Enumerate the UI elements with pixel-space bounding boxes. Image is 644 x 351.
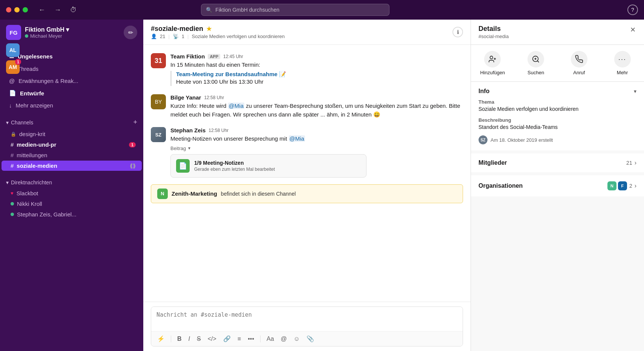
creator-info: SZ Am 18. Oktober 2019 erstellt	[478, 135, 636, 144]
global-search-bar[interactable]: 🔍	[201, 4, 389, 16]
more-actions-button[interactable]: ··· Mehr	[601, 51, 644, 75]
bold-button[interactable]: B	[175, 334, 184, 344]
chat-header: #soziale-medien ★ 👤 21 | 📡 1 | Soziale M…	[143, 20, 471, 45]
channel-title: #soziale-medien ★	[151, 25, 285, 33]
message-body: Bilge Yanar 12:58 Uhr Kurze Info: Heute …	[170, 94, 463, 119]
global-search-input[interactable]	[215, 7, 385, 13]
sidebar-item-erwahnungen[interactable]: @ Erwähnungen & Reak...	[3, 75, 140, 87]
mention[interactable]: @Mia	[289, 135, 305, 142]
mitglieder-section[interactable]: Mitglieder 21 ›	[471, 153, 644, 172]
beitrag-row[interactable]: Beitrag ▾	[170, 146, 463, 151]
back-button[interactable]: ←	[35, 5, 48, 15]
code-button[interactable]: </>	[205, 334, 219, 344]
workspace-name[interactable]: Fiktion GmbH ▾	[25, 26, 120, 33]
user-am-badge: 1	[15, 59, 21, 65]
close-details-button[interactable]: ✕	[629, 25, 636, 35]
chevron-down-icon: ▾	[6, 120, 9, 126]
organisationen-section[interactable]: Organisationen N F 2 ›	[471, 175, 644, 196]
list-button[interactable]: ≡	[235, 334, 243, 344]
attach-button[interactable]: 📎	[304, 334, 316, 344]
organisationen-section-left: Organisationen	[478, 182, 523, 189]
channels-section-header[interactable]: ▾ Channels +	[0, 116, 143, 129]
svg-point-0	[490, 56, 493, 59]
workspace-info: Fiktion GmbH ▾ Michael Meyer	[25, 26, 120, 39]
star-icon[interactable]: ★	[206, 25, 212, 32]
chat-toolbar: ⚡ B I S </> 🔗 ≡ ••• Aa @ ☺ 📎	[151, 331, 463, 346]
strikethrough-button[interactable]: S	[195, 334, 203, 344]
close-traffic-light[interactable]	[6, 7, 11, 12]
meeting-link[interactable]: Team-Meeting zur Bestandsaufnahme 📝	[176, 71, 286, 77]
message-sender: Bilge Yanar	[170, 94, 201, 101]
forward-button[interactable]: →	[51, 5, 64, 15]
dm-item-stephan[interactable]: Stephan Zeis, Gabriel...	[2, 209, 142, 219]
org-badges: N F	[607, 181, 627, 190]
hash-icon: #	[11, 152, 14, 158]
sidebar-item-ungelesenes[interactable]: ☰ Ungelesenes	[3, 50, 140, 62]
minimize-traffic-light[interactable]	[14, 7, 20, 12]
user-am-avatar[interactable]: AM 1	[6, 60, 20, 74]
sidebar-item-mehr[interactable]: ↓ Mehr anzeigen	[3, 100, 140, 111]
details-panel: Details #social-media ✕ Hinzufügen	[471, 20, 644, 351]
chevron-down-icon: ▾	[6, 179, 9, 185]
add-member-button[interactable]: Hinzufügen	[471, 51, 514, 75]
more-formatting-button[interactable]: •••	[245, 334, 256, 344]
message-time: 12:58 Uhr	[209, 128, 228, 133]
compose-button[interactable]: ✏	[124, 26, 137, 39]
sidebar-item-entwerfe[interactable]: 📄 Entwürfe	[3, 87, 140, 99]
user-al-avatar[interactable]: AL	[6, 43, 20, 57]
message-sender: Team Fiktion	[170, 53, 205, 60]
more-icon: ···	[614, 51, 631, 67]
info-section-title: Info	[478, 88, 489, 95]
sidebar-item-mitteilungen[interactable]: # mitteilungen	[2, 150, 142, 160]
call-button[interactable]: Anruf	[558, 51, 601, 75]
sidebar-item-medien-und-pr[interactable]: # medien-und-pr 1	[2, 139, 142, 150]
chat-input[interactable]	[151, 307, 463, 330]
mention-button[interactable]: @	[279, 334, 289, 344]
message-sender: Stephan Zeis	[170, 127, 205, 133]
message-stephan-zeis: SZ Stephan Zeis 12:58 Uhr Meeting-Notize…	[151, 125, 463, 180]
dm-section-header[interactable]: ▾ Direktnachrichten	[0, 177, 143, 188]
font-button[interactable]: Aa	[264, 334, 276, 344]
attachment-card[interactable]: 📄 1/9 Meeting-Notizen Gerade eben zum le…	[170, 154, 366, 178]
lightning-button[interactable]: ⚡	[155, 334, 167, 344]
quoted-link[interactable]: Team-Meeting zur Bestandsaufnahme 📝	[176, 71, 463, 78]
emoji-button[interactable]: ☺	[291, 334, 302, 344]
mitglieder-section-left: Mitglieder	[478, 159, 507, 166]
sidebar-item-threads[interactable]: ◎ Threads	[3, 63, 140, 75]
search-icon: 🔍	[206, 7, 212, 13]
members-icon: 👤	[151, 34, 157, 39]
maximize-traffic-light[interactable]	[23, 7, 28, 12]
chevron-right-icon: ›	[635, 159, 636, 166]
svg-line-4	[537, 61, 539, 62]
organisationen-title: Organisationen	[478, 182, 523, 189]
main-layout: FG Fiktion GmbH ▾ Michael Meyer ✏ AL AM …	[0, 20, 644, 351]
traffic-lights	[6, 7, 28, 12]
search-label: Suchen	[527, 70, 544, 75]
channel-info-button[interactable]: ℹ	[452, 27, 463, 37]
details-header: Details #social-media ✕	[471, 20, 644, 45]
sidebar-item-soziale-medien[interactable]: # soziale-medien ⟪⟫	[2, 161, 142, 171]
mitglieder-title: Mitglieder	[478, 159, 507, 166]
notification-sender: Zenith-Marketing	[172, 190, 217, 197]
creator-avatar: SZ	[478, 135, 488, 144]
hash-icon: #	[11, 162, 14, 169]
add-channel-button[interactable]: +	[133, 118, 137, 126]
italic-button[interactable]: I	[186, 334, 192, 344]
search-button[interactable]: Suchen	[514, 51, 558, 75]
details-actions: Hinzufügen Suchen	[471, 45, 644, 82]
info-section-header[interactable]: Info ▾	[478, 88, 636, 95]
mention[interactable]: @Mia	[228, 103, 244, 109]
dm-item-slackbot[interactable]: ♥ Slackbot	[2, 188, 142, 198]
history-button[interactable]: ⏱	[67, 5, 80, 15]
thema-value: Soziale Medien verfolgen und koordiniere…	[478, 106, 636, 112]
link-button[interactable]: 🔗	[221, 334, 233, 344]
attachment-title: 1/9 Meeting-Notizen	[194, 160, 275, 166]
sidebar-item-design-krit[interactable]: 🔒 design-krit	[2, 129, 142, 139]
help-button[interactable]: ?	[627, 5, 638, 15]
chevron-right-icon: ›	[635, 182, 636, 189]
channels-section: ▾ Channels + 🔒 design-krit # medien-und-…	[0, 113, 143, 174]
app-badge: APP	[208, 54, 220, 59]
org-badge-blue: F	[618, 181, 627, 190]
dm-item-nikki[interactable]: Nikki Kroll	[2, 199, 142, 209]
attachment-info: 1/9 Meeting-Notizen Gerade eben zum letz…	[194, 160, 275, 172]
